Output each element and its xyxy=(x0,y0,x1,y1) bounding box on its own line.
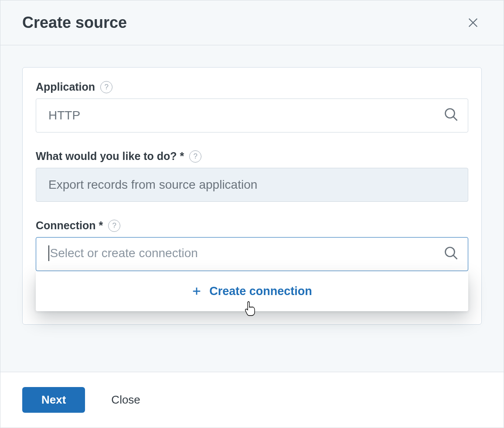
connection-dropdown: Create connection xyxy=(36,271,468,311)
close-link[interactable]: Close xyxy=(111,393,140,407)
application-value: HTTP xyxy=(48,109,80,122)
action-label-row: What would you like to do? * ? xyxy=(36,150,468,163)
close-icon xyxy=(467,17,479,29)
application-label-row: Application ? xyxy=(36,81,468,93)
connection-placeholder: Select or create connection xyxy=(48,246,198,262)
create-connection-button[interactable]: Create connection xyxy=(192,285,312,298)
svg-point-2 xyxy=(446,248,455,257)
modal-title: Create source xyxy=(22,14,127,32)
create-connection-label: Create connection xyxy=(209,285,312,298)
application-field: Application ? HTTP xyxy=(36,81,468,132)
action-value: Export records from source application xyxy=(48,178,257,192)
create-source-modal: Create source Application ? HTTP xyxy=(0,0,504,428)
form-card: Application ? HTTP What would you like t… xyxy=(22,67,482,325)
action-input[interactable]: Export records from source application xyxy=(36,168,468,202)
connection-label: Connection * xyxy=(36,219,103,232)
application-input[interactable]: HTTP xyxy=(36,99,468,132)
plus-icon xyxy=(192,286,201,296)
svg-line-1 xyxy=(453,117,457,121)
svg-point-0 xyxy=(446,109,455,118)
help-icon[interactable]: ? xyxy=(108,220,120,232)
next-button[interactable]: Next xyxy=(22,387,85,413)
help-icon[interactable]: ? xyxy=(100,81,112,93)
application-label: Application xyxy=(36,81,95,93)
connection-label-row: Connection * ? xyxy=(36,219,468,232)
close-button[interactable] xyxy=(464,14,482,31)
search-icon xyxy=(443,107,459,124)
connection-field: Connection * ? Select or create connecti… xyxy=(36,219,468,311)
help-icon[interactable]: ? xyxy=(189,150,201,163)
search-icon xyxy=(443,245,459,263)
connection-input[interactable]: Select or create connection xyxy=(36,237,468,271)
action-label: What would you like to do? * xyxy=(36,150,184,163)
modal-footer: Next Close xyxy=(0,372,504,428)
modal-header: Create source xyxy=(0,0,504,45)
action-field: What would you like to do? * ? Export re… xyxy=(36,150,468,202)
svg-line-3 xyxy=(453,255,457,259)
modal-body: Application ? HTTP What would you like t… xyxy=(0,45,504,372)
